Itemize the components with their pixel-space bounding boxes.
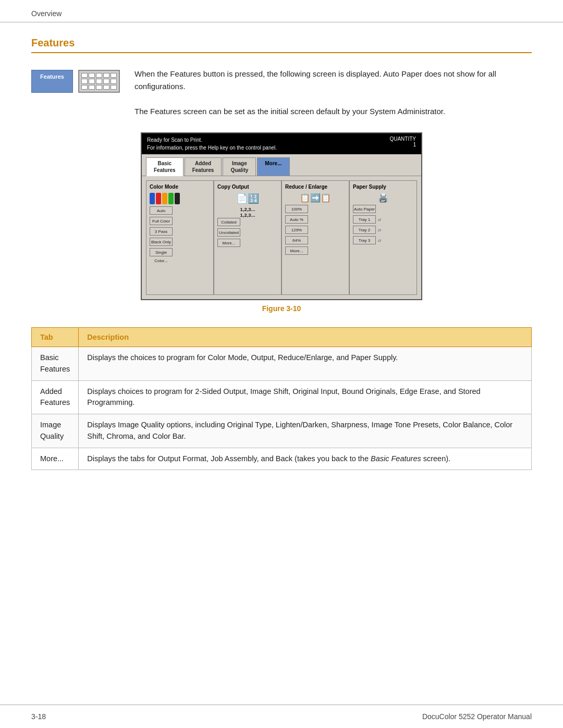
screen-status-line2: For information, press the Help key on t…	[147, 144, 277, 152]
screen-status-line1: Ready for Scan to Print.	[147, 136, 277, 144]
table-cell-description: Displays the tabs for Output Format, Job…	[79, 448, 532, 470]
paper-supply-icon: 🖨️	[378, 193, 388, 203]
features-table: Tab Description BasicFeaturesDisplays th…	[31, 327, 532, 470]
screenshot-container: Ready for Scan to Print. For information…	[31, 132, 532, 300]
btn-tray1[interactable]: Tray 1	[353, 215, 376, 224]
reduce-enlarge-icon-area: 📋➡️📋	[285, 193, 346, 203]
color-icons	[150, 193, 210, 204]
screenshot: Ready for Scan to Print. For information…	[141, 132, 422, 300]
table-row: AddedFeaturesDisplays choices to program…	[32, 380, 532, 414]
paper-supply-icon-area: 🖨️	[353, 193, 413, 203]
footer-page: 3-18	[31, 712, 46, 721]
option-tray1: Tray 1 ▱	[353, 215, 413, 224]
footer-manual: DocuColor 5252 Operator Manual	[422, 712, 532, 721]
screen-quantity-value: 1	[389, 142, 416, 147]
intro-paragraph1: When the Features button is pressed, the…	[134, 68, 532, 93]
btn-tray2[interactable]: Tray 2	[353, 226, 376, 234]
btn-3pass-color[interactable]: 3 Pass Color	[150, 227, 173, 236]
btn-collated[interactable]: Collated	[217, 218, 240, 226]
option-black-only: Black Only	[150, 238, 210, 246]
keyboard-icon	[78, 70, 120, 93]
breadcrumb-text: Overview	[31, 9, 62, 18]
btn-copy-more[interactable]: More...	[217, 239, 240, 247]
option-tray3: Tray 3 ▱	[353, 236, 413, 244]
footer: 3-18 DocuColor 5252 Operator Manual	[0, 705, 563, 728]
tray2-icon: ▱	[378, 228, 381, 232]
reduce-enlarge-title: Reduce / Enlarge	[285, 184, 346, 190]
btn-100[interactable]: 100%	[285, 205, 308, 213]
option-collated: Collated	[217, 218, 278, 226]
intro-icons: Features	[31, 70, 120, 93]
figure-caption: Figure 3-10	[31, 304, 532, 313]
screen-quantity: QUANTITY 1	[389, 136, 416, 152]
tab-image-quality[interactable]: ImageQuality	[223, 157, 256, 176]
color-mode-section: Color Mode Auto Full Color	[146, 180, 214, 295]
intro-block: Features When the Features button is pre…	[31, 68, 532, 118]
btn-auto-pct[interactable]: Auto %	[285, 215, 308, 224]
tab-added-features[interactable]: AddedFeatures	[185, 157, 222, 176]
table-cell-tab: ImageQuality	[32, 414, 79, 448]
table-cell-tab: BasicFeatures	[32, 347, 79, 381]
intro-text: When the Features button is pressed, the…	[134, 68, 532, 118]
option-full-color: Full Color	[150, 217, 210, 225]
option-single-color: Single Color...	[150, 248, 210, 256]
paper-supply-title: Paper Supply	[353, 184, 413, 190]
intro-paragraph2: The Features screen can be set as the in…	[134, 105, 532, 118]
btn-single-color[interactable]: Single Color...	[150, 248, 173, 256]
option-64: 64%	[285, 236, 346, 244]
screen-body: Color Mode Auto Full Color	[142, 176, 421, 299]
screen-header: Ready for Scan to Print. For information…	[142, 133, 421, 154]
btn-64[interactable]: 64%	[285, 236, 308, 244]
tray3-icon: ▱	[378, 238, 381, 243]
table-cell-tab: AddedFeatures	[32, 380, 79, 414]
table-row: ImageQualityDisplays Image Quality optio…	[32, 414, 532, 448]
btn-129[interactable]: 129%	[285, 226, 308, 234]
btn-auto-paper[interactable]: Auto Paper	[353, 205, 376, 213]
btn-full-color[interactable]: Full Color	[150, 217, 173, 225]
option-auto-pct: Auto %	[285, 215, 346, 224]
option-reduce-more: More...	[285, 246, 346, 255]
collated-label: 1,2,3...1,2,3...	[217, 206, 278, 218]
copy-output-icon-area: 📄🔢	[217, 193, 278, 204]
tab-more[interactable]: More...	[257, 157, 289, 176]
section-title: Features	[31, 37, 532, 53]
option-100: 100%	[285, 205, 346, 213]
btn-auto[interactable]: Auto	[150, 206, 173, 215]
option-tray2: Tray 2 ▱	[353, 226, 413, 234]
option-3pass-color: 3 Pass Color	[150, 227, 210, 236]
tab-basic-features[interactable]: BasicFeatures	[146, 157, 183, 176]
reduce-enlarge-section: Reduce / Enlarge 📋➡️📋 100% Auto % 129%	[282, 180, 349, 295]
screen-quantity-label: QUANTITY	[389, 136, 416, 142]
table-cell-tab: More...	[32, 448, 79, 470]
btn-uncollated[interactable]: Uncollated	[217, 228, 240, 237]
breadcrumb: Overview	[0, 0, 563, 22]
btn-black-only[interactable]: Black Only	[150, 238, 173, 246]
table-cell-description: Displays choices to program for 2-Sided …	[79, 380, 532, 414]
screen-status: Ready for Scan to Print. For information…	[147, 136, 277, 152]
tray1-icon: ▱	[378, 217, 381, 222]
option-129: 129%	[285, 226, 346, 234]
btn-reduce-more[interactable]: More...	[285, 246, 308, 255]
option-copy-more: More...	[217, 239, 278, 247]
table-cell-description: Displays Image Quality options, includin…	[79, 414, 532, 448]
copy-output-icon: 📄🔢	[236, 193, 259, 204]
col-header-description: Description	[79, 328, 532, 347]
screen-tabs: BasicFeatures AddedFeatures ImageQuality…	[142, 154, 421, 176]
copy-output-title: Copy Output	[217, 184, 278, 190]
btn-tray3[interactable]: Tray 3	[353, 236, 376, 244]
col-header-tab: Tab	[32, 328, 79, 347]
option-uncollated: Uncollated	[217, 228, 278, 237]
table-row: BasicFeaturesDisplays the choices to pro…	[32, 347, 532, 381]
copy-output-section: Copy Output 📄🔢 1,2,3...1,2,3... Collated…	[214, 180, 282, 295]
reduce-enlarge-icon: 📋➡️📋	[300, 193, 331, 203]
paper-supply-section: Paper Supply 🖨️ Auto Paper Tray 1 ▱ Tray…	[349, 180, 417, 295]
table-row: More...Displays the tabs for Output Form…	[32, 448, 532, 470]
table-cell-description: Displays the choices to program for Colo…	[79, 347, 532, 381]
option-auto: Auto	[150, 206, 210, 215]
option-auto-paper: Auto Paper	[353, 205, 413, 213]
features-button-icon: Features	[31, 70, 73, 93]
color-mode-title: Color Mode	[150, 184, 210, 190]
